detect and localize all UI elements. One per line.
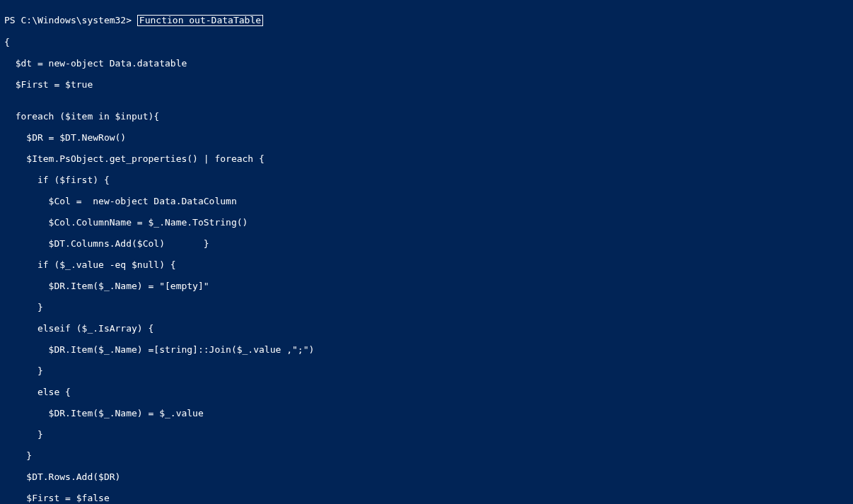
code-line: $DR.Item($_.Name) = $_.value: [4, 408, 849, 418]
code-line: foreach ($item in $input){: [4, 111, 849, 122]
code-line: $Col.ColumnName = $_.Name.ToString(): [4, 217, 849, 228]
code-line: $Col = new-object Data.DataColumn: [4, 196, 849, 206]
prompt-line: PS C:\Windows\system32> Function out-Dat…: [4, 15, 849, 26]
code-line: }: [4, 429, 849, 440]
code-line: $Item.PsObject.get_properties() | foreac…: [4, 153, 849, 164]
code-line: $DT.Columns.Add($Col) }: [4, 238, 849, 249]
code-line: }: [4, 450, 849, 461]
code-line: if ($first) {: [4, 175, 849, 185]
code-line: else {: [4, 387, 849, 397]
code-line: $DR.Item($_.Name) =[string]::Join($_.val…: [4, 344, 849, 355]
code-line: $DR.Item($_.Name) = "[empty]": [4, 281, 849, 291]
code-line: elseif ($_.IsArray) {: [4, 323, 849, 334]
code-line: }: [4, 365, 849, 376]
code-line: if ($_.value -eq $null) {: [4, 259, 849, 270]
code-line: $dt = new-object Data.datatable: [4, 58, 849, 69]
code-line: $DT.Rows.Add($DR): [4, 471, 849, 482]
code-line: {: [4, 37, 849, 47]
code-line: $First = $true: [4, 79, 849, 90]
code-line: }: [4, 302, 849, 312]
powershell-terminal[interactable]: PS C:\Windows\system32> Function out-Dat…: [0, 0, 853, 504]
prompt: PS C:\Windows\system32>: [4, 15, 132, 25]
highlight-function-decl: Function out-DataTable: [137, 15, 263, 26]
code-line: $First = $false: [4, 493, 849, 503]
code-line: $DR = $DT.NewRow(): [4, 132, 849, 143]
